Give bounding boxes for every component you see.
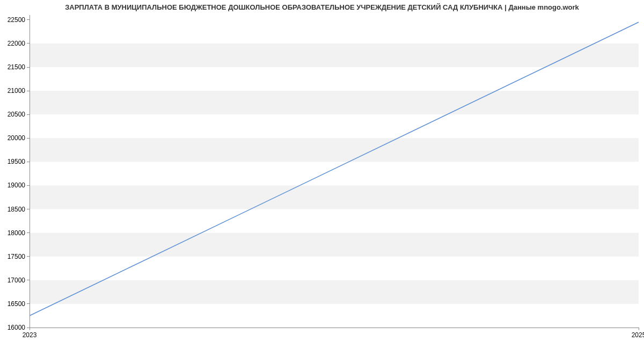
y-tick-label: 17500 xyxy=(8,253,26,260)
grid-band xyxy=(30,43,639,67)
grid-band xyxy=(30,185,639,209)
y-tick-label: 18500 xyxy=(8,206,26,213)
y-tick-label: 21000 xyxy=(8,87,26,94)
chart-svg: 1600016500170001750018000185001900019500… xyxy=(0,0,644,349)
y-tick-label: 19500 xyxy=(8,158,26,165)
grid-band xyxy=(30,91,639,114)
grid-band xyxy=(30,233,639,257)
chart-container: ЗАРПЛАТА В МУНИЦИПАЛЬНОЕ БЮДЖЕТНОЕ ДОШКО… xyxy=(0,0,644,349)
y-tick-label: 18000 xyxy=(8,229,26,237)
grid-band xyxy=(30,280,639,304)
y-tick-label: 20500 xyxy=(8,111,26,118)
y-tick-label: 19000 xyxy=(8,181,26,189)
x-tick-label: 2023 xyxy=(23,331,37,339)
y-tick-label: 17000 xyxy=(8,277,26,284)
y-tick-label: 22500 xyxy=(8,16,26,24)
grid-band xyxy=(30,138,639,162)
y-tick-label: 16000 xyxy=(8,324,26,331)
y-tick-label: 16500 xyxy=(8,300,26,308)
x-tick-label: 2025 xyxy=(632,331,644,339)
y-tick-label: 21500 xyxy=(8,63,26,71)
y-tick-label: 20000 xyxy=(8,134,26,142)
y-tick-label: 22000 xyxy=(8,40,26,47)
